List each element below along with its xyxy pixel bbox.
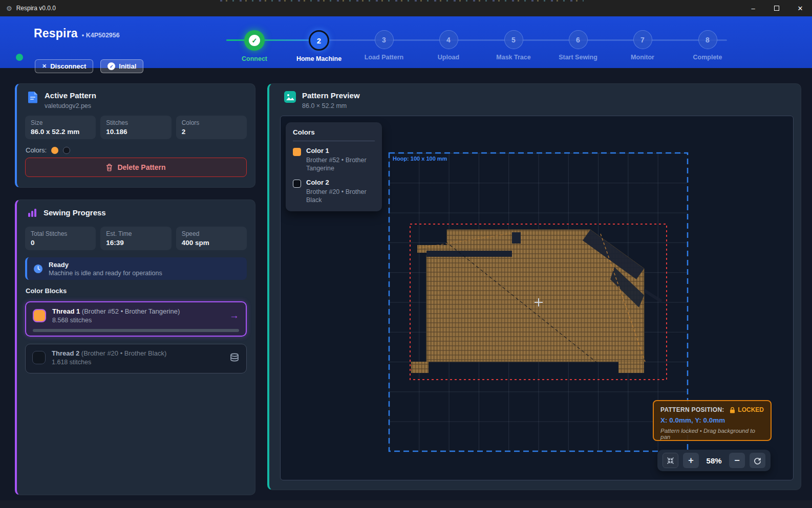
layers-icon [229,353,240,362]
initial-button[interactable]: ✓ Initial [100,59,143,73]
step-circle-4: 4 [439,30,458,49]
app-header: Respira • K4P502956 ✕ Disconnect ✓ Initi… [0,16,812,68]
thread2-swatch [32,351,46,364]
machine-status-box: Ready Machine is idle and ready for oper… [25,257,247,280]
step-label-8: Complete [674,54,741,61]
status-description: Machine is idle and ready for operations [49,270,162,277]
maximize-button[interactable] [765,0,788,16]
position-coordinates: X: 0.0mm, Y: 0.0mm [660,416,764,424]
status-title: Ready [49,261,162,269]
step-label-1: Connect [221,55,288,62]
check-icon: ✓ [249,35,260,46]
app-name: Respira [34,27,78,40]
step-circle-8: 8 [698,30,717,49]
legend-color-2: Color 2 Brother #20 • Brother Black [293,179,375,205]
preview-dimensions: 86.0 × 52.2 mm [302,102,360,109]
thread-block-2[interactable]: Thread 2 (Brother #20 • Brother Black) 1… [25,344,247,373]
step-mask-trace[interactable]: 5 Mask Trace [480,30,547,61]
step-monitor[interactable]: 7 Monitor [609,30,676,61]
sewing-progress-title: Sewing Progress [44,208,106,217]
active-pattern-card: Active Pattern valetudogv2.pes Size 86.0… [15,83,255,188]
step-circle-2: 2 [309,30,329,51]
step-start-sewing[interactable]: 6 Start Sewing [545,30,611,61]
step-label-3: Load Pattern [351,54,417,61]
preview-canvas[interactable]: Hoop: 100 x 100 mm Colors Color 1 Brothe… [280,116,794,480]
connection-status-dot [16,54,23,61]
delete-pattern-button[interactable]: Delete Pattern [25,158,247,177]
fit-to-screen-button[interactable] [663,453,678,468]
file-icon [27,91,38,109]
stat-speed: Speed 400 spm [176,227,247,250]
colors-legend-panel: Colors Color 1 Brother #52 • Brother Tan… [286,122,382,211]
step-load-pattern[interactable]: 3 Load Pattern [351,30,417,61]
step-circle-5: 5 [504,30,523,49]
screen-artifact [220,0,584,2]
zoom-controls: + 58% − [657,450,771,471]
position-label: PATTERN POSITION: [660,406,724,413]
stat-est-time: Est. Time 16:39 [100,227,171,250]
color1-swatch [293,148,301,156]
step-label-2: Home Machine [286,55,352,62]
preview-title: Pattern Preview [302,91,360,100]
legend-color-1: Color 1 Brother #52 • Brother Tangerine [293,147,375,173]
machine-serial: • K4P502956 [82,32,120,39]
thread1-progress-bar [33,329,239,332]
check-circle-icon: ✓ [108,62,115,70]
stat-size: Size 86.0 x 52.2 mm [25,116,96,139]
clock-icon [33,264,43,274]
image-icon [284,91,296,109]
bar-chart-icon [27,207,37,217]
step-label-7: Monitor [609,54,676,61]
lock-icon [730,407,735,413]
pattern-filename: valetudogv2.pes [45,102,96,109]
step-complete[interactable]: 8 Complete [674,30,741,61]
window-bottom-edge [0,500,812,508]
divider [293,141,375,141]
brand: Respira • K4P502956 [34,27,120,40]
pattern-colors-row: Colors: [26,146,70,154]
step-label-6: Start Sewing [545,54,611,61]
sewing-progress-card: Sewing Progress Total Stitches 0 Est. Ti… [15,200,255,495]
zoom-level: 58% [703,456,724,465]
trash-icon [106,164,113,171]
active-pattern-title: Active Pattern [45,91,96,100]
color-blocks-label: Color Blocks [26,287,67,295]
colors-panel-title: Colors [293,128,375,136]
color-dot-orange [51,147,58,154]
thread1-swatch [33,309,46,322]
step-circle-6: 6 [569,30,588,49]
step-label-4: Upload [415,54,482,61]
thread2-stitches: 1.618 stitches [52,359,166,366]
step-home-machine[interactable]: 2 Home Machine [286,30,352,62]
zoom-out-button[interactable]: − [729,453,745,468]
window-title: Respira v0.0.0 [16,5,56,12]
stat-stitches: Stitches 10.186 [100,116,171,139]
step-circle-1: ✓ [244,30,265,51]
locked-badge: LOCKED [730,406,764,413]
stat-total-stitches: Total Stitches 0 [25,227,96,250]
x-icon: ✕ [42,63,47,70]
title-bar: ⚙ Respira v0.0.0 – ✕ [0,0,812,16]
thread1-stitches: 8.568 stitches [52,317,180,324]
close-button[interactable]: ✕ [788,0,812,16]
step-upload[interactable]: 4 Upload [415,30,482,61]
step-circle-3: 3 [375,30,394,49]
zoom-in-button[interactable]: + [683,453,699,468]
reset-view-button[interactable] [750,453,765,468]
maximize-icon [774,6,779,11]
step-connect[interactable]: ✓ Connect [221,30,288,62]
stat-colors: Colors 2 [176,116,247,139]
arrow-right-icon: → [229,310,239,321]
app-window: ⚙ Respira v0.0.0 – ✕ Respira • K4P502956… [0,0,812,508]
step-label-5: Mask Trace [480,54,547,61]
compress-icon [667,457,674,465]
position-hint: Pattern locked • Drag background to pan [660,428,764,440]
pattern-position-overlay: PATTERN POSITION: LOCKED X: 0.0mm, Y: 0.… [653,400,772,441]
refresh-icon [754,457,761,465]
step-circle-7: 7 [633,30,652,49]
color2-swatch [293,180,301,188]
thread-block-1[interactable]: Thread 1 (Brother #52 • Brother Tangerin… [25,301,247,337]
hoop-size-label: Hoop: 100 x 100 mm [393,156,447,162]
minimize-button[interactable]: – [741,0,765,16]
disconnect-button[interactable]: ✕ Disconnect [35,59,93,73]
